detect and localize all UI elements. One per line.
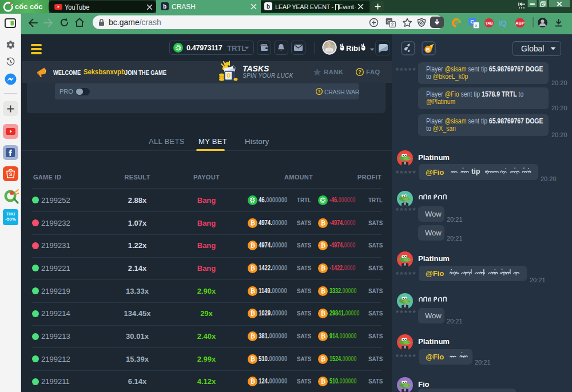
svg-text:₿: ₿ bbox=[320, 219, 325, 226]
svg-text:₿: ₿ bbox=[250, 310, 255, 317]
svg-text:₿: ₿ bbox=[250, 265, 255, 271]
svg-text:₿: ₿ bbox=[250, 287, 255, 294]
svg-text:b: b bbox=[163, 3, 166, 10]
svg-text:文: 文 bbox=[390, 22, 395, 27]
svg-text:?: ? bbox=[318, 89, 321, 94]
svg-text:B: B bbox=[426, 46, 430, 53]
svg-text:₿: ₿ bbox=[250, 219, 255, 226]
svg-text:₿: ₿ bbox=[320, 242, 325, 249]
svg-text:b: b bbox=[267, 3, 270, 10]
svg-text:YAB: YAB bbox=[485, 21, 492, 25]
svg-text:₿: ₿ bbox=[320, 333, 325, 339]
svg-text:₿: ₿ bbox=[250, 355, 255, 362]
svg-text:₿: ₿ bbox=[320, 287, 325, 294]
svg-text:₿: ₿ bbox=[320, 265, 325, 271]
svg-text:?: ? bbox=[358, 69, 362, 75]
svg-text:₿: ₿ bbox=[320, 378, 325, 385]
svg-text:₿: ₿ bbox=[250, 242, 255, 249]
svg-text:₿: ₿ bbox=[320, 355, 325, 362]
svg-text:ABP: ABP bbox=[515, 21, 525, 26]
svg-text:S: S bbox=[9, 171, 13, 177]
svg-text:x: x bbox=[475, 23, 478, 28]
svg-text:₿: ₿ bbox=[250, 378, 255, 385]
svg-text:₿: ₿ bbox=[320, 310, 325, 317]
svg-text:₿: ₿ bbox=[250, 333, 255, 339]
